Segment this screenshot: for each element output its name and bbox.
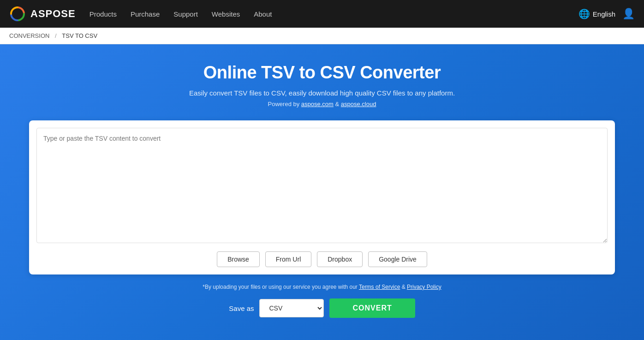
breadcrumb-current: TSV TO CSV (62, 32, 97, 39)
breadcrumb-parent[interactable]: CONVERSION (9, 32, 49, 39)
nav-products[interactable]: Products (89, 10, 117, 18)
powered-by: Powered by aspose.com & aspose.cloud (9, 101, 635, 107)
user-icon[interactable]: 👤 (622, 8, 635, 20)
page-title: Online TSV to CSV Converter (9, 63, 635, 83)
hero-subtitle: Easily convert TSV files to CSV, easily … (9, 89, 635, 97)
nav-support[interactable]: Support (173, 10, 198, 18)
globe-icon: 🌐 (578, 8, 590, 19)
terms-amp: & (400, 284, 407, 290)
save-as-row: Save as CSV TSV XLSX ODS XLS TXT CONVERT (9, 298, 635, 318)
dropbox-button[interactable]: Dropbox (317, 251, 363, 267)
logo-area[interactable]: ASPOSE (9, 6, 76, 22)
navbar-left: ASPOSE Products Purchase Support Website… (9, 6, 272, 22)
logo-text: ASPOSE (30, 8, 76, 20)
terms-prefix: *By uploading your files or using our se… (203, 284, 359, 290)
breadcrumb: CONVERSION / TSV TO CSV (0, 28, 644, 44)
nav-links: Products Purchase Support Websites About (89, 10, 272, 18)
nav-websites[interactable]: Websites (212, 10, 240, 18)
powered-by-prefix: Powered by (268, 101, 301, 107)
aspose-cloud-link[interactable]: aspose.cloud (341, 101, 376, 107)
conversion-card: Browse From Url Dropbox Google Drive (29, 120, 615, 274)
nav-about[interactable]: About (254, 10, 272, 18)
google-drive-button[interactable]: Google Drive (368, 251, 427, 267)
tsv-input[interactable] (36, 128, 608, 243)
terms-text: *By uploading your files or using our se… (9, 284, 635, 290)
aspose-logo-icon (9, 6, 26, 22)
aspose-com-link[interactable]: aspose.com (301, 101, 334, 107)
save-as-label: Save as (229, 304, 254, 312)
browse-button[interactable]: Browse (217, 251, 260, 267)
language-label: English (593, 10, 615, 18)
nav-purchase[interactable]: Purchase (131, 10, 160, 18)
navbar: ASPOSE Products Purchase Support Website… (0, 0, 644, 28)
file-source-buttons: Browse From Url Dropbox Google Drive (36, 251, 608, 267)
format-select[interactable]: CSV TSV XLSX ODS XLS TXT (259, 299, 324, 317)
language-selector[interactable]: 🌐 English (578, 8, 615, 19)
privacy-link[interactable]: Privacy Policy (407, 284, 441, 290)
powered-by-amp: & (334, 101, 341, 107)
navbar-right: 🌐 English 👤 (578, 8, 635, 20)
hero-section: Online TSV to CSV Converter Easily conve… (0, 44, 644, 340)
breadcrumb-separator: / (55, 32, 57, 39)
tos-link[interactable]: Terms of Service (359, 284, 400, 290)
from-url-button[interactable]: From Url (265, 251, 311, 267)
convert-button[interactable]: CONVERT (329, 298, 415, 318)
